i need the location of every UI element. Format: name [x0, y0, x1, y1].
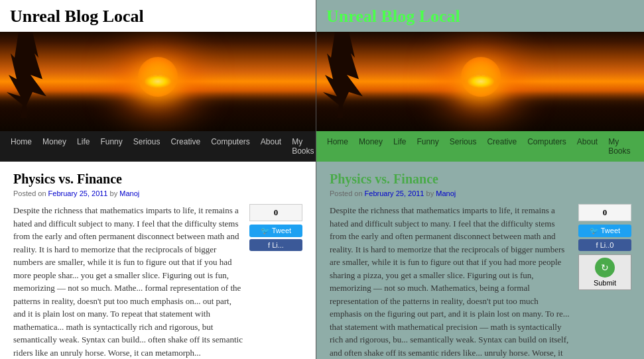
- post-date-left[interactable]: February 25, 2011: [48, 189, 108, 197]
- hero-image-right: [316, 32, 644, 131]
- left-panel: Unreal Blog Local Home Money Life Funny …: [0, 0, 316, 359]
- post-by-right: by: [426, 189, 436, 197]
- submit-icon-right: ↻: [595, 258, 615, 278]
- nav-money-right[interactable]: Money: [354, 135, 388, 158]
- post-by-left: by: [110, 189, 120, 197]
- nav-mybooks-right[interactable]: My Books: [603, 135, 639, 158]
- post-date-right[interactable]: February 25, 2011: [365, 189, 424, 197]
- nav-creative-right[interactable]: Creative: [482, 135, 522, 158]
- post-author-left[interactable]: Manoj: [119, 189, 139, 197]
- nav-home-left[interactable]: Home: [5, 135, 37, 158]
- post-content-wrapper-right: Despite the richness that mathematics im…: [330, 204, 631, 359]
- tree-silhouette-right: [323, 32, 363, 118]
- social-sidebar-right: 0 🐦 Tweet f Li..0 ↻ Submit: [578, 204, 631, 359]
- fb-button-right[interactable]: f Li..0: [578, 239, 631, 251]
- post-text-left: Despite the richness that mathematics im…: [13, 204, 243, 359]
- fb-icon-left: f Li...: [268, 241, 284, 249]
- blog-title-right: Unreal Blog Local: [316, 0, 644, 32]
- sun-glow-left: [138, 57, 178, 97]
- fb-button-left[interactable]: f Li...: [249, 239, 302, 251]
- post-meta-left: Posted on February 25, 2011 by Manoj: [13, 189, 302, 197]
- post-meta-text-right: Posted on: [330, 189, 365, 197]
- social-sidebar-left: 0 🐦 Tweet f Li...: [249, 204, 302, 359]
- post-meta-right: Posted on February 25, 2011 by Manoj: [330, 189, 631, 197]
- post-meta-text-left: Posted on: [13, 189, 48, 197]
- nav-bar-left: Home Money Life Funny Serious Creative C…: [0, 131, 316, 162]
- nav-funny-left[interactable]: Funny: [95, 135, 127, 158]
- submit-btn-content: ↻ Submit: [583, 258, 627, 287]
- fb-icon-right: f Li..0: [596, 241, 614, 249]
- content-area-right: Physics vs. Finance Posted on February 2…: [316, 162, 644, 359]
- nav-money-left[interactable]: Money: [37, 135, 72, 158]
- sun-glow-right: [461, 57, 501, 97]
- tweet-button-right[interactable]: 🐦 Tweet: [578, 225, 631, 237]
- nav-about-right[interactable]: About: [572, 135, 603, 158]
- like-count-left: 0: [249, 204, 302, 221]
- post-title-left: Physics vs. Finance: [13, 172, 302, 187]
- nav-home-right[interactable]: Home: [322, 135, 354, 158]
- blog-title-left: Unreal Blog Local: [0, 0, 316, 32]
- nav-bar-right: Home Money Life Funny Serious Creative C…: [316, 131, 644, 162]
- tweet-icon-left: 🐦: [261, 227, 272, 234]
- nav-life-right[interactable]: Life: [388, 135, 411, 158]
- nav-computers-right[interactable]: Computers: [522, 135, 572, 158]
- post-content-wrapper-left: Despite the richness that mathematics im…: [13, 204, 302, 359]
- nav-serious-right[interactable]: Serious: [444, 135, 482, 158]
- nav-about-left[interactable]: About: [255, 135, 287, 158]
- post-author-right[interactable]: Manoj: [436, 189, 456, 197]
- submit-button-right[interactable]: ↻ Submit: [578, 254, 631, 290]
- nav-computers-left[interactable]: Computers: [206, 135, 255, 158]
- nav-life-left[interactable]: Life: [72, 135, 95, 158]
- like-count-right: 0: [578, 204, 631, 221]
- nav-funny-right[interactable]: Funny: [411, 135, 444, 158]
- tree-silhouette-left: [7, 32, 46, 118]
- hero-image-left: [0, 32, 316, 131]
- submit-label-right: Submit: [594, 279, 616, 287]
- content-area-left: Physics vs. Finance Posted on February 2…: [0, 162, 316, 359]
- tweet-button-left[interactable]: 🐦 Tweet: [249, 225, 302, 237]
- nav-serious-left[interactable]: Serious: [128, 135, 166, 158]
- tweet-icon-right: 🐦: [590, 227, 601, 234]
- nav-mybooks-left[interactable]: My Books: [287, 135, 319, 158]
- nav-creative-left[interactable]: Creative: [165, 135, 206, 158]
- post-title-right: Physics vs. Finance: [330, 172, 631, 187]
- post-text-right: Despite the richness that mathematics im…: [330, 204, 572, 359]
- right-panel: Unreal Blog Local Home Money Life Funny …: [316, 0, 644, 359]
